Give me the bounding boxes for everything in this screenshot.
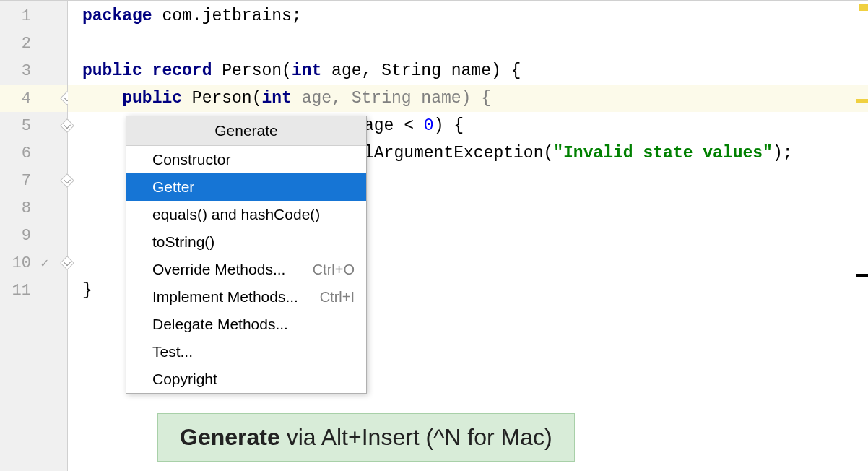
gutter-line-3[interactable]: 3 xyxy=(0,57,67,85)
generate-popup: Generate ConstructorGetterequals() and h… xyxy=(126,116,367,394)
hint-banner: Generate via Alt+Insert (^N for Mac) xyxy=(157,413,575,462)
keyword: public xyxy=(122,89,192,108)
identifier: Person xyxy=(222,61,282,80)
warning-marker[interactable] xyxy=(859,4,868,11)
popup-item-label: Override Methods... xyxy=(152,261,285,278)
keyword: int xyxy=(261,89,291,108)
code-line-1[interactable]: package com.jetbrains; xyxy=(82,2,868,30)
hint-rest: via Alt+Insert (^N for Mac) xyxy=(280,424,552,450)
param: String name xyxy=(352,89,461,108)
identifier: Person xyxy=(192,89,252,108)
punct: , xyxy=(331,89,352,108)
popup-item-label: Constructor xyxy=(152,151,231,168)
keyword: public record xyxy=(82,61,222,80)
code-fragment: age < xyxy=(364,116,424,135)
gutter-line-8[interactable]: 8 xyxy=(0,194,67,222)
punct: ) { xyxy=(461,89,491,108)
line-number: 5 xyxy=(22,117,31,135)
popup-item-implement-methods[interactable]: Implement Methods...Ctrl+I xyxy=(126,283,366,311)
popup-item-label: equals() and hashCode() xyxy=(152,206,320,223)
popup-title: Generate xyxy=(126,116,366,146)
punct: ); xyxy=(773,144,793,163)
popup-item-shortcut: Ctrl+O xyxy=(313,262,355,278)
warning-marker[interactable] xyxy=(856,99,868,103)
popup-item-delegate-methods[interactable]: Delegate Methods... xyxy=(126,311,366,338)
popup-item-label: toString() xyxy=(152,233,214,251)
identifier: com.jetbrains xyxy=(152,7,292,25)
param: age xyxy=(292,89,331,108)
punct: ; xyxy=(292,7,302,25)
popup-item-label: Copyright xyxy=(152,371,217,388)
identifier: String name xyxy=(381,61,491,80)
hint-bold: Generate xyxy=(180,424,280,450)
gutter-line-7[interactable]: 7 xyxy=(0,167,67,194)
popup-item-equals-and-hashcode[interactable]: equals() and hashCode() xyxy=(126,201,366,228)
popup-item-tostring[interactable]: toString() xyxy=(126,228,366,256)
gutter-line-2[interactable]: 2 xyxy=(0,30,67,57)
line-number: 6 xyxy=(22,144,31,163)
line-number: 3 xyxy=(22,62,31,80)
gutter-line-6[interactable]: 6 xyxy=(0,139,67,167)
punct: ( xyxy=(282,61,292,80)
keyword: package xyxy=(82,7,152,25)
code-line-2[interactable] xyxy=(82,30,868,57)
number: 0 xyxy=(424,116,434,135)
popup-item-getter[interactable]: Getter xyxy=(126,173,366,201)
identifier: age xyxy=(321,61,361,80)
punct: ( xyxy=(252,89,262,108)
gutter-line-5[interactable]: 5 xyxy=(0,112,67,139)
popup-item-label: Getter xyxy=(152,178,194,196)
punct: } xyxy=(82,281,92,300)
indent xyxy=(82,89,122,108)
popup-item-label: Delegate Methods... xyxy=(152,316,288,333)
popup-item-test[interactable]: Test... xyxy=(126,338,366,366)
code-line-3[interactable]: public record Person(int age, String nam… xyxy=(82,57,868,85)
popup-item-copyright[interactable]: Copyright xyxy=(126,366,366,393)
line-number: 9 xyxy=(22,227,31,245)
marker[interactable] xyxy=(856,274,868,277)
punct: , xyxy=(362,61,382,80)
line-number: 11 xyxy=(12,282,31,300)
popup-item-label: Implement Methods... xyxy=(152,288,298,306)
line-number: 2 xyxy=(22,35,31,53)
gutter-line-1[interactable]: 1 xyxy=(0,2,67,30)
gutter-line-4[interactable]: 4 xyxy=(0,85,67,112)
popup-item-override-methods[interactable]: Override Methods...Ctrl+O xyxy=(126,256,366,283)
line-number: 8 xyxy=(22,199,31,217)
line-number: 10 xyxy=(12,254,31,272)
gutter-line-11[interactable]: 11 xyxy=(0,277,67,304)
popup-item-constructor[interactable]: Constructor xyxy=(126,146,366,173)
keyword: int xyxy=(292,61,321,80)
code-line-4[interactable]: public Person(int age, String name) { xyxy=(68,85,868,112)
popup-item-label: Test... xyxy=(152,343,193,360)
line-number: 4 xyxy=(22,90,31,108)
error-stripe xyxy=(858,1,868,471)
gutter-line-9[interactable]: 9 xyxy=(0,222,67,249)
line-gutter: 1 2 3 4 5 6 7 8 9 10 ✓ 11 xyxy=(0,1,68,471)
punct: ) { xyxy=(491,61,521,80)
line-number: 1 xyxy=(22,7,31,25)
punct: ) { xyxy=(434,116,464,135)
string-literal: "Invalid state values" xyxy=(553,144,773,163)
gutter-line-10[interactable]: 10 ✓ xyxy=(0,249,67,277)
line-number: 7 xyxy=(22,172,31,190)
checkmark-icon: ✓ xyxy=(40,255,48,271)
popup-item-shortcut: Ctrl+I xyxy=(320,289,355,306)
code-fragment: lArgumentException( xyxy=(364,144,553,163)
